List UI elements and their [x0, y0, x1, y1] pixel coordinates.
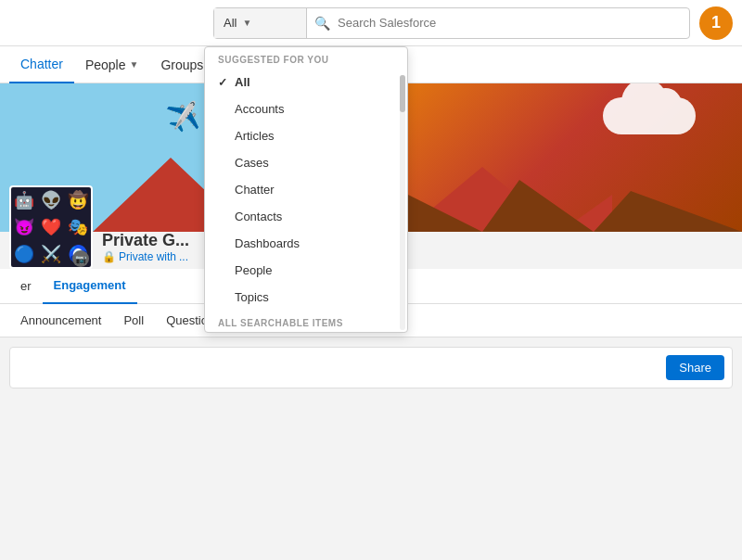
search-category-dropdown[interactable]: All ▼	[214, 8, 307, 38]
search-icon: 🔍	[307, 16, 338, 31]
share-button[interactable]: Share	[666, 355, 724, 380]
camera-icon[interactable]: 📷	[72, 250, 89, 267]
avatar-cell: ❤️	[38, 214, 65, 241]
nav-groups-label: Groups	[160, 57, 203, 72]
search-input[interactable]	[338, 16, 689, 30]
group-info: Private G... 🔒 Private with...	[102, 231, 189, 269]
dropdown-item-accounts[interactable]: Accounts	[205, 95, 407, 122]
profile-panel: 🤖 👽 🤠 😈 ❤️ 🎭 🔵 ⚔️ 🧿 📷 Private G... 🔒 Pri…	[9, 185, 189, 269]
avatar-cell: 🤠	[64, 187, 91, 214]
avatar-cell: 👽	[38, 187, 65, 214]
step-badge-1: 1	[699, 6, 733, 40]
dropdown-item-chatter[interactable]: Chatter	[205, 176, 407, 203]
cloud-decoration	[603, 97, 696, 134]
nav-people-label: People	[85, 57, 126, 72]
dropdown-item-articles[interactable]: Articles	[205, 122, 407, 149]
airplane-decoration: ✈️	[164, 99, 201, 135]
chevron-down-icon: ▼	[242, 18, 251, 28]
post-action-poll[interactable]: Poll	[112, 313, 155, 327]
dropdown-item-topics[interactable]: Topics	[205, 284, 407, 311]
avatar-cell: 🔵	[11, 240, 38, 267]
avatar-cell: ⚔️	[38, 240, 65, 267]
group-privacy: 🔒 Private with...	[102, 250, 189, 263]
search-category-label: All	[224, 16, 237, 30]
dropdown-item-people[interactable]: People	[205, 257, 407, 284]
dropdown-item-all[interactable]: All	[205, 69, 407, 95]
sidebar-item-people[interactable]: People ▼	[74, 46, 150, 83]
group-name: Private G...	[102, 231, 189, 250]
sidebar-item-chatter[interactable]: Chatter	[9, 46, 74, 83]
avatar-cell: 🤖	[11, 187, 38, 214]
post-action-announcement[interactable]: Announcement	[9, 313, 112, 327]
suggested-section-label: SUGGESTED FOR YOU	[205, 47, 407, 69]
top-bar: All ▼ 🔍 1	[0, 0, 742, 46]
feed-area: Share 🔍 ⚙️ ↺ 2	[0, 337, 742, 560]
dropdown-scrollbar-thumb	[400, 75, 405, 112]
search-dropdown-menu: SUGGESTED FOR YOU All Accounts Articles …	[204, 46, 408, 333]
dropdown-item-contacts[interactable]: Contacts	[205, 203, 407, 230]
search-wrapper: All ▼ 🔍	[213, 7, 690, 39]
dropdown-item-dashboards[interactable]: Dashboards	[205, 230, 407, 257]
dropdown-scrollbar[interactable]	[400, 75, 405, 330]
feed-input-area: Share	[9, 347, 733, 388]
tab-engagement[interactable]: Engagement	[43, 269, 137, 304]
avatar-cell: 😈	[11, 214, 38, 241]
tab-feed[interactable]: er	[9, 269, 43, 304]
chevron-down-icon: ▼	[130, 59, 139, 70]
dropdown-item-cases[interactable]: Cases	[205, 149, 407, 176]
nav-chatter-label: Chatter	[20, 57, 63, 71]
avatar-container: 🤖 👽 🤠 😈 ❤️ 🎭 🔵 ⚔️ 🧿 📷	[9, 185, 93, 269]
all-searchable-section-label: ALL SEARCHABLE ITEMS	[205, 311, 407, 332]
avatar-cell: 🎭	[64, 214, 91, 241]
